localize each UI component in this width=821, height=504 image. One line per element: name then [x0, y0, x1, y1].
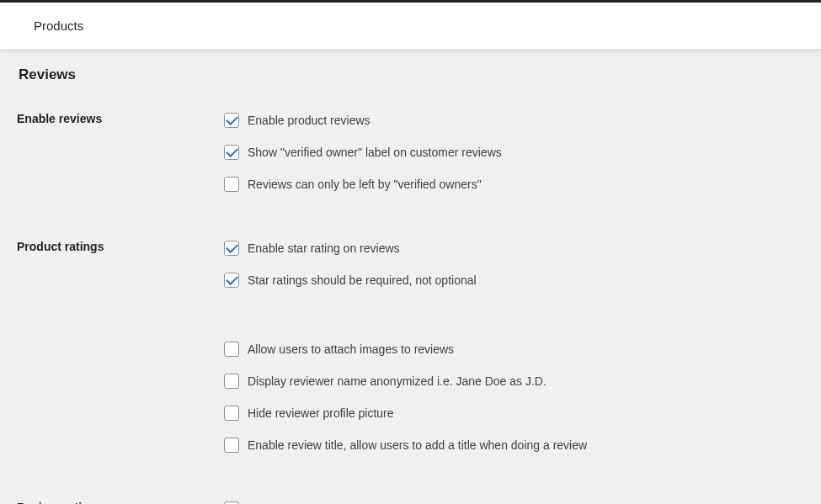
option-enable-star-rating: Enable star rating on reviews: [224, 238, 804, 258]
setting-row-review-voting: Review voting Enable review voting: [17, 499, 804, 504]
label-star-rating-required[interactable]: Star ratings should be required, not opt…: [248, 273, 477, 287]
label-enable-star-rating[interactable]: Enable star rating on reviews: [248, 241, 400, 255]
setting-row-product-ratings: Product ratings Enable star rating on re…: [17, 238, 804, 467]
setting-row-enable-reviews: Enable reviews Enable product reviews Sh…: [17, 110, 804, 206]
header-tab-products[interactable]: Products: [34, 19, 787, 33]
option-verified-owners-only: Reviews can only be left by "verified ow…: [224, 174, 804, 194]
option-anonymize-name: Display reviewer name anonymized i.e. Ja…: [224, 371, 804, 391]
checkbox-verified-owners-only[interactable]: [224, 177, 239, 192]
checkbox-enable-product-reviews[interactable]: [224, 113, 239, 128]
label-hide-profile-picture[interactable]: Hide reviewer profile picture: [248, 406, 394, 420]
option-attach-images: Allow users to attach images to reviews: [224, 339, 804, 359]
settings-content: Reviews Enable reviews Enable product re…: [0, 50, 821, 504]
option-hide-profile-picture: Hide reviewer profile picture: [224, 403, 804, 423]
setting-controls-review-voting: Enable review voting: [224, 499, 804, 504]
option-enable-review-voting: Enable review voting: [224, 499, 804, 504]
section-title-reviews: Reviews: [19, 66, 804, 83]
label-verified-owners-only[interactable]: Reviews can only be left by "verified ow…: [248, 178, 482, 191]
setting-label-enable-reviews: Enable reviews: [17, 110, 224, 125]
checkbox-attach-images[interactable]: [224, 342, 239, 357]
label-attach-images[interactable]: Allow users to attach images to reviews: [248, 342, 454, 356]
label-enable-product-reviews[interactable]: Enable product reviews: [248, 114, 371, 127]
setting-label-review-voting: Review voting: [17, 499, 224, 504]
label-anonymize-name[interactable]: Display reviewer name anonymized i.e. Ja…: [248, 374, 546, 388]
option-enable-product-reviews: Enable product reviews: [224, 110, 804, 130]
label-enable-review-title[interactable]: Enable review title, allow users to add …: [248, 438, 587, 452]
setting-controls-enable-reviews: Enable product reviews Show "verified ow…: [224, 110, 804, 206]
checkbox-verified-owner-label[interactable]: [224, 145, 239, 160]
option-enable-review-title: Enable review title, allow users to add …: [224, 435, 804, 455]
page-header: Products: [0, 3, 821, 50]
checkbox-star-rating-required[interactable]: [224, 273, 239, 288]
setting-controls-product-ratings: Enable star rating on reviews Star ratin…: [224, 238, 804, 467]
option-verified-owner-label: Show "verified owner" label on customer …: [224, 142, 804, 162]
checkbox-anonymize-name[interactable]: [224, 374, 239, 389]
label-verified-owner-label[interactable]: Show "verified owner" label on customer …: [248, 146, 502, 159]
setting-label-product-ratings: Product ratings: [17, 238, 224, 253]
checkbox-enable-review-title[interactable]: [224, 438, 239, 453]
option-star-rating-required: Star ratings should be required, not opt…: [224, 270, 804, 290]
checkbox-hide-profile-picture[interactable]: [224, 406, 239, 421]
checkbox-enable-star-rating[interactable]: [224, 241, 239, 256]
